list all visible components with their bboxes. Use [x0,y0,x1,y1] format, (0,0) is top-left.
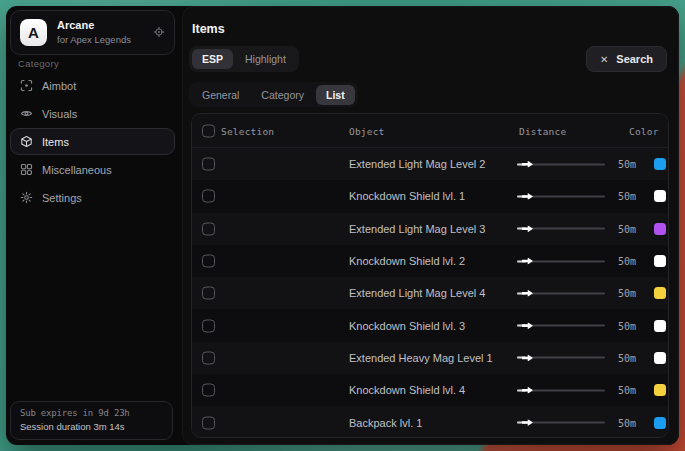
slider-thumb[interactable] [522,161,533,168]
slider-thumb[interactable] [522,322,533,329]
tab-esp[interactable]: ESP [192,49,233,69]
distance-slider[interactable] [517,257,605,266]
color-swatch[interactable] [654,190,666,202]
color-swatch[interactable] [654,255,666,267]
distance-slider[interactable] [517,321,605,330]
page-title: Items [192,22,225,36]
table-row: Extended Light Mag Level 4 50m [192,277,668,309]
distance-slider[interactable] [517,224,605,233]
table-row: Extended Light Mag Level 2 50m [192,148,668,180]
distance-slider[interactable] [517,386,605,395]
grid-icon [20,163,33,176]
row-checkbox[interactable] [202,255,215,268]
view-tab-group: General Category List [189,82,358,107]
color-swatch[interactable] [654,352,666,364]
app-name: Arcane [57,19,94,31]
category-section-label: Category [18,58,59,69]
color-swatch[interactable] [654,287,666,299]
mode-tab-group: ESP Highlight [189,46,299,72]
slider-thumb[interactable] [522,258,533,265]
sidebar-item-label: Visuals [42,108,77,120]
sidebar-item-visuals[interactable]: Visuals [10,100,175,127]
slider-thumb[interactable] [522,290,533,297]
column-header-object: Object [349,125,385,136]
row-checkbox[interactable] [202,158,215,171]
items-table: Selection Object Distance Color Extended… [191,113,669,438]
distance-value: 50m [595,191,636,202]
app-window: A Arcane for Apex Legends Category [6,6,679,445]
slider-thumb[interactable] [522,387,533,394]
object-label: Backpack lvl. 1 [349,417,422,429]
search-button[interactable]: ✕ Search [586,46,667,72]
table-row: Knockdown Shield lvl. 2 50m [192,245,668,277]
sub-expires-text: Sub expires in 9d 23h [20,408,163,418]
object-label: Extended Heavy Mag Level 1 [349,352,493,364]
object-label: Knockdown Shield lvl. 1 [349,190,465,202]
distance-value: 50m [595,223,636,234]
object-label: Knockdown Shield lvl. 4 [349,384,465,396]
column-header-color: Color [629,125,659,136]
column-header-distance: Distance [519,125,566,136]
row-checkbox[interactable] [202,416,215,429]
x-icon: ✕ [600,54,608,65]
distance-slider[interactable] [517,160,605,169]
distance-value: 50m [595,417,636,428]
object-label: Extended Light Mag Level 4 [349,287,485,299]
table-row: Knockdown Shield lvl. 4 50m [192,374,668,406]
slider-thumb[interactable] [522,225,533,232]
brand-card: A Arcane for Apex Legends [10,10,175,55]
slider-thumb[interactable] [522,354,533,361]
color-swatch[interactable] [654,223,666,235]
row-checkbox[interactable] [202,287,215,300]
search-button-label: Search [616,53,653,65]
cube-icon [20,135,33,148]
tab-list[interactable]: List [316,85,355,105]
column-header-selection: Selection [221,125,274,136]
sidebar-item-label: Settings [42,192,82,204]
distance-slider[interactable] [517,353,605,362]
color-swatch[interactable] [654,384,666,396]
distance-slider[interactable] [517,289,605,298]
app-tagline: for Apex Legends [57,34,131,45]
sidebar-item-items[interactable]: Items [10,128,175,155]
session-duration-text: Session duration 3m 14s [20,421,163,432]
tab-highlight[interactable]: Highlight [235,49,296,69]
table-header-row: Selection Object Distance Color [192,114,668,148]
slider-thumb[interactable] [522,193,533,200]
slider-thumb[interactable] [522,419,533,426]
tab-general[interactable]: General [192,85,249,105]
distance-value: 50m [595,352,636,363]
app-logo: A [20,19,47,46]
tab-category[interactable]: Category [251,85,314,105]
table-row: Backpack lvl. 1 50m [192,406,668,438]
distance-slider[interactable] [517,192,605,201]
pin-icon[interactable] [153,26,165,38]
sidebar-item-label: Aimbot [42,80,76,92]
sidebar-item-aimbot[interactable]: Aimbot [10,72,175,99]
sidebar-item-settings[interactable]: Settings [10,184,175,211]
table-row: Extended Heavy Mag Level 1 50m [192,342,668,374]
row-checkbox[interactable] [202,351,215,364]
sidebar-item-miscellaneous[interactable]: Miscellaneous [10,156,175,183]
select-all-checkbox[interactable] [202,125,215,138]
object-label: Extended Light Mag Level 2 [349,158,485,170]
row-checkbox[interactable] [202,190,215,203]
distance-slider[interactable] [517,418,605,427]
eye-icon [20,107,33,120]
color-swatch[interactable] [654,320,666,332]
row-checkbox[interactable] [202,319,215,332]
distance-value: 50m [595,256,636,267]
row-checkbox[interactable] [202,384,215,397]
distance-value: 50m [595,320,636,331]
distance-value: 50m [595,159,636,170]
gear-icon [20,191,33,204]
object-label: Extended Light Mag Level 3 [349,223,485,235]
color-swatch[interactable] [654,417,666,429]
row-checkbox[interactable] [202,222,215,235]
sidebar-item-label: Items [42,136,69,148]
main-panel: Items ESP Highlight ✕ Search General Cat… [182,6,679,445]
table-row: Knockdown Shield lvl. 1 50m [192,180,668,212]
object-label: Knockdown Shield lvl. 3 [349,320,465,332]
sidebar-item-label: Miscellaneous [42,164,112,176]
color-swatch[interactable] [654,158,666,170]
